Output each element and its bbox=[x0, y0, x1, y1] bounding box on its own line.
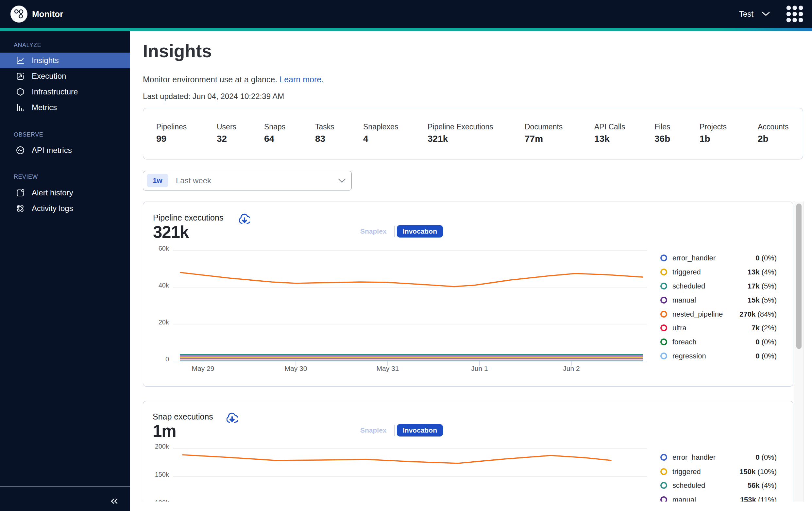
svg-text:40k: 40k bbox=[158, 282, 169, 289]
svg-text:Jun 2: Jun 2 bbox=[563, 365, 580, 372]
svg-text:200k: 200k bbox=[155, 443, 169, 450]
svg-text:100k: 100k bbox=[155, 499, 169, 502]
svg-text:20k: 20k bbox=[158, 319, 169, 326]
svg-text:60k: 60k bbox=[158, 245, 169, 252]
svg-text:May 29: May 29 bbox=[192, 365, 214, 372]
svg-text:Jun 1: Jun 1 bbox=[471, 365, 488, 372]
svg-text:May 30: May 30 bbox=[285, 365, 307, 372]
svg-text:150k: 150k bbox=[155, 471, 169, 478]
svg-text:May 31: May 31 bbox=[377, 365, 399, 372]
svg-text:0: 0 bbox=[166, 356, 169, 363]
